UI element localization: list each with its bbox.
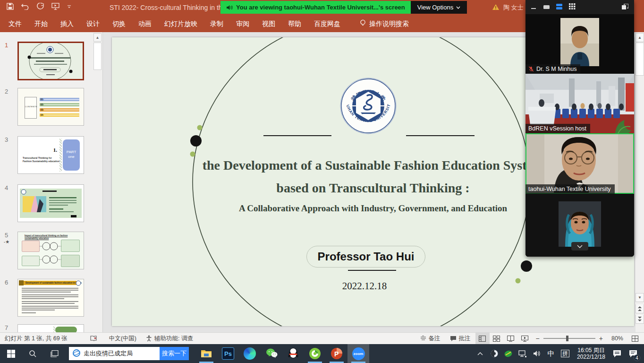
participant-tile-1[interactable]: Dr. S M Minhus	[525, 14, 634, 74]
minimize-panel-icon[interactable]	[531, 3, 537, 11]
participant-tile-3[interactable]: taohui-Wuhan Textile University	[525, 133, 634, 194]
ppt-statusbar: 幻灯片 第 1 张, 共 69 张 中文(中国) 辅助功能: 调查 备注 批注	[0, 332, 644, 344]
language-status[interactable]: 中文(中国)	[104, 333, 141, 345]
thumb-scroll-up-icon[interactable]: ▲	[93, 33, 102, 42]
tab-file[interactable]: 文件	[8, 20, 22, 28]
participant1-name: Dr. S M Minhus	[536, 66, 576, 72]
tray-app1-icon[interactable]	[488, 344, 500, 363]
proofing-status[interactable]	[85, 333, 102, 345]
tab-help[interactable]: 帮助	[288, 20, 301, 28]
scroll-down-icon[interactable]: ▼	[636, 293, 644, 302]
accessibility-status[interactable]: 辅助功能: 调查	[141, 333, 198, 345]
thumbnail-scrollbar[interactable]: ▲	[93, 32, 102, 332]
taskbar-clock[interactable]: 16:05 周日 2022/12/18	[573, 347, 609, 360]
clock-time: 16:05 周日	[577, 347, 605, 354]
participant-tile-2[interactable]: BdREN vSession host	[525, 74, 634, 133]
thumb-scroll-thumb[interactable]	[93, 43, 102, 70]
redo-icon[interactable]	[37, 3, 44, 10]
slide-thumbnail-7[interactable]	[17, 324, 84, 332]
tab-record[interactable]: 录制	[210, 20, 223, 28]
scroll-thumb[interactable]	[636, 43, 644, 76]
gallery-grid-icon[interactable]	[569, 3, 576, 11]
view-options-button[interactable]: View Options	[411, 1, 467, 14]
slideshow-from-start-icon[interactable]	[51, 3, 59, 10]
comments-button[interactable]: 批注	[445, 333, 475, 345]
slide-thumbnail-4[interactable]	[17, 184, 84, 222]
main-scrollbar[interactable]: ▲ ▼	[636, 32, 644, 332]
edge-icon[interactable]	[239, 344, 261, 363]
volume-icon[interactable]	[531, 344, 543, 363]
notes-button[interactable]: 备注	[415, 333, 445, 345]
speaker-view-icon[interactable]	[543, 3, 550, 11]
powerpoint-icon[interactable]: P	[326, 344, 347, 363]
search-go-button[interactable]: 搜索一下	[160, 347, 189, 360]
fit-to-window-button[interactable]	[628, 333, 642, 345]
tab-transitions[interactable]: 切换	[112, 20, 126, 28]
photoshop-icon[interactable]: Ps	[217, 344, 239, 363]
thumb-number-5: 5	[5, 232, 8, 239]
slide-thumbnail-1[interactable]	[17, 42, 84, 80]
zoom-out-icon[interactable]: −	[536, 335, 540, 342]
start-button[interactable]	[0, 344, 22, 363]
ie-icon	[73, 349, 80, 358]
tab-insert[interactable]: 插入	[60, 20, 74, 28]
presenter-name-box: Professor Tao Hui	[306, 246, 425, 268]
browser-360-icon[interactable]	[304, 344, 326, 363]
slide-thumbnail-3[interactable]: PART one 1. Transcultural Thinking for F…	[17, 136, 84, 174]
zoom-in-icon[interactable]: +	[599, 335, 603, 342]
task-view-button[interactable]	[43, 344, 65, 363]
tell-me-label: 操作说明搜索	[369, 20, 409, 28]
save-icon[interactable]	[7, 3, 14, 10]
ime-mode-indicator[interactable]: 拼	[559, 344, 571, 363]
gallery-strip-icon[interactable]	[556, 3, 562, 11]
taskbar-web-search-box[interactable]: 走出疫情已成定局	[69, 347, 160, 360]
scroll-up-icon[interactable]: ▲	[636, 33, 644, 42]
zoom-app-icon[interactable]: zoom	[347, 344, 369, 363]
svg-text:P: P	[334, 350, 339, 358]
slideshow-view-button[interactable]	[518, 333, 532, 345]
screen: STI 2022- Cross-cultural Thinking in the…	[0, 0, 644, 363]
mic-muted-icon	[528, 66, 534, 72]
zoom-slider-track[interactable]	[543, 338, 595, 339]
previous-slide-button[interactable]	[636, 304, 644, 313]
thumb2-contents-label: CONTENTS	[25, 105, 37, 108]
windows-taskbar: 走出疫情已成定局 搜索一下 Ps P zoom	[0, 344, 644, 363]
participant1-name-tag: Dr. S M Minhus	[525, 64, 580, 74]
tab-design[interactable]: 设计	[86, 20, 100, 28]
file-explorer-icon[interactable]	[195, 344, 217, 363]
reading-view-button[interactable]	[504, 333, 518, 345]
zoom-slider[interactable]: − +	[532, 335, 607, 342]
tab-view[interactable]: 视图	[262, 20, 275, 28]
chat-tray-icon[interactable]	[611, 344, 623, 363]
action-center-icon[interactable]: 4	[625, 344, 641, 363]
tray-expand-icon[interactable]	[474, 344, 486, 363]
tab-baidu-netdisk[interactable]: 百度网盘	[314, 20, 340, 28]
taskbar-search-button[interactable]	[22, 344, 43, 363]
normal-view-button[interactable]	[475, 333, 490, 345]
slide-thumbnail-5[interactable]: Impact of transcultural thinking on fash…	[17, 232, 84, 269]
tell-me-search[interactable]: 操作说明搜索	[360, 19, 409, 28]
collapse-gallery-button[interactable]	[571, 242, 588, 251]
network-icon[interactable]	[517, 344, 529, 363]
zoom-percentage[interactable]: 80%	[607, 333, 628, 345]
undo-icon[interactable]	[21, 3, 29, 10]
tab-review[interactable]: 审阅	[236, 20, 249, 28]
tab-slideshow[interactable]: 幻灯片放映	[164, 20, 197, 28]
tab-home[interactable]: 开始	[34, 20, 48, 28]
slide-sorter-view-button[interactable]	[490, 333, 504, 345]
participant2-name: BdREN vSession host	[528, 125, 586, 132]
popout-panel-icon[interactable]	[622, 3, 628, 11]
slide-thumbnail-6[interactable]: Development of sustainable fashion educa…	[17, 279, 84, 317]
qq-icon[interactable]	[282, 344, 304, 363]
zoom-slider-thumb[interactable]	[566, 336, 568, 341]
slide-thumbnail-2[interactable]: CONTENTS 01 02 03 04	[17, 88, 84, 126]
qat-more-icon[interactable]	[67, 4, 71, 9]
slide-date: 2022.12.18	[112, 280, 617, 292]
lightbulb-icon	[360, 19, 366, 28]
thumb-number-4: 4	[5, 184, 8, 191]
ime-language-indicator[interactable]: 中	[545, 344, 557, 363]
wechat-icon[interactable]	[261, 344, 282, 363]
tray-360-safe-icon[interactable]	[502, 344, 515, 363]
next-slide-button[interactable]	[636, 315, 644, 324]
tab-animations[interactable]: 动画	[138, 20, 152, 28]
